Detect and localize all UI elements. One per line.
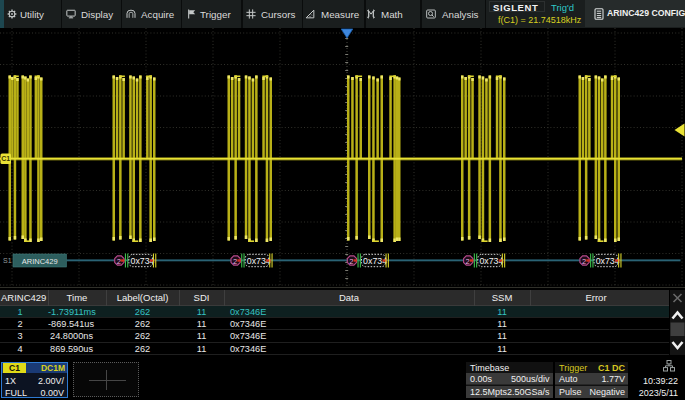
svg-text:ARINC429: ARINC429 [22,257,58,266]
svg-text:2: 2 [233,257,237,266]
svg-text:C1: C1 [1,155,10,162]
svg-text:2: 2 [117,257,121,266]
svg-text:2: 2 [466,257,470,266]
svg-text:2: 2 [582,257,586,266]
svg-text:2: 2 [349,257,353,266]
svg-text:S1: S1 [3,257,12,264]
